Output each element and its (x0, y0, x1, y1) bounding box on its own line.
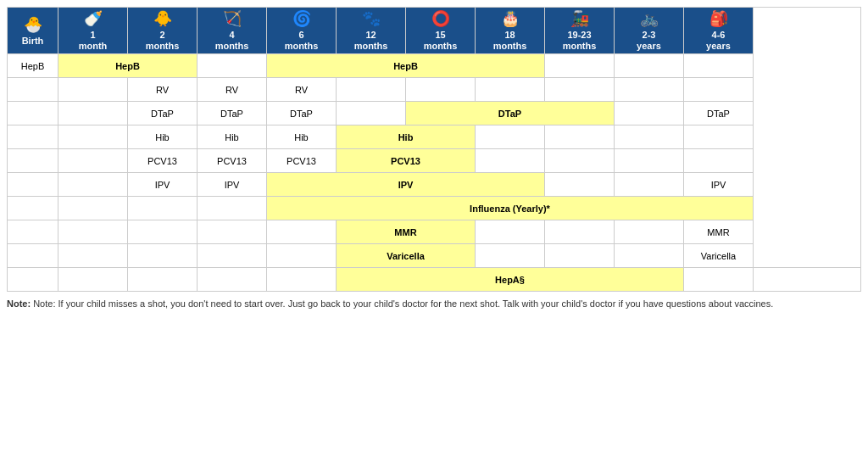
empty-cell (58, 173, 128, 197)
vaccine-ipv-label (8, 173, 58, 197)
note-text: Note: If your child misses a shot, you d… (33, 298, 773, 309)
vaccine-schedule-table: 🐣 Birth 🍼 1month 🐥 2months 🏹 4months 🌀 6… (7, 7, 861, 292)
header-4-6yr: 🎒 4-6years (684, 8, 754, 54)
empty-cell (545, 244, 615, 268)
dtap-dose1: DTaP (128, 102, 198, 125)
empty-cell (545, 54, 615, 78)
empty-cell (128, 268, 198, 292)
hib-dose2: Hib (198, 125, 267, 149)
empty-cell (267, 244, 337, 268)
empty-cell (337, 102, 406, 125)
hib-dose4: Hib (337, 125, 476, 149)
12mo-icon: 🐾 (339, 9, 403, 28)
header-6mo: 🌀 6months (267, 8, 337, 54)
empty-cell (615, 78, 684, 102)
empty-cell (267, 268, 337, 292)
rv-dose2: RV (198, 78, 267, 102)
row-hepa: HepA§ (8, 268, 861, 292)
18mo-icon: 🎂 (478, 9, 542, 28)
empty-cell (476, 125, 545, 149)
vaccine-pcv13-label (8, 149, 58, 173)
empty-cell (198, 54, 267, 78)
birth-icon: 🐣 (10, 15, 55, 34)
row-hib: Hib Hib Hib Hib (8, 125, 861, 149)
empty-cell (545, 220, 615, 244)
empty-cell (58, 149, 128, 173)
empty-cell (476, 78, 545, 102)
empty-cell (58, 197, 128, 220)
6mo-icon: 🌀 (270, 9, 333, 28)
ipv-dose2: IPV (198, 173, 267, 197)
vaccine-hepb-label: HepB (8, 54, 58, 78)
pcv13-dose4: PCV13 (337, 149, 476, 173)
vaccine-dtap-label (8, 102, 58, 125)
row-mmr: MMR MMR (8, 220, 861, 244)
varicella-dose1: Varicella (337, 244, 476, 268)
empty-cell (128, 244, 198, 268)
15mo-icon: ⭕ (409, 9, 472, 28)
note-label: Note: (7, 298, 31, 309)
hib-dose3: Hib (267, 125, 337, 149)
vaccine-rv-label (8, 78, 58, 102)
empty-cell (615, 173, 684, 197)
empty-cell (58, 244, 128, 268)
hepb-dose3: HepB (267, 54, 545, 78)
empty-cell (615, 102, 684, 125)
hepa-bar: HepA§ (337, 268, 684, 292)
empty-cell (545, 78, 615, 102)
dtap-dose4: DTaP (406, 102, 615, 125)
row-dtap: DTaP DTaP DTaP DTaP DTaP (8, 102, 861, 125)
empty-cell (545, 149, 615, 173)
vaccine-hepa-label (8, 268, 58, 292)
empty-cell (615, 54, 684, 78)
2-3yr-icon: 🚲 (617, 9, 681, 28)
empty-cell (476, 220, 545, 244)
empty-cell (198, 197, 267, 220)
empty-cell (476, 244, 545, 268)
vaccine-mmr-label (8, 220, 58, 244)
empty-cell (615, 244, 684, 268)
2mo-icon: 🐥 (131, 9, 194, 28)
rv-dose3: RV (267, 78, 337, 102)
vaccine-influenza-label (8, 197, 58, 220)
dtap-dose5: DTaP (684, 102, 754, 125)
empty-cell (615, 220, 684, 244)
empty-cell (615, 125, 684, 149)
row-ipv: IPV IPV IPV IPV (8, 173, 861, 197)
header-12mo: 🐾 12months (337, 8, 406, 54)
mmr-dose2: MMR (684, 220, 754, 244)
header-2-3yr: 🚲 2-3years (615, 8, 684, 54)
row-pcv13: PCV13 PCV13 PCV13 PCV13 (8, 149, 861, 173)
influenza-bar: Influenza (Yearly)* (267, 197, 754, 220)
hepb-dose1: HepB (58, 54, 198, 78)
pcv13-dose1: PCV13 (128, 149, 198, 173)
pcv13-dose2: PCV13 (198, 149, 267, 173)
row-varicella: Varicella Varicella (8, 244, 861, 268)
empty-cell (684, 149, 754, 173)
ipv-dose3: IPV (267, 173, 545, 197)
note-section: Note: Note: If your child misses a shot,… (7, 298, 861, 309)
varicella-dose2: Varicella (684, 244, 754, 268)
empty-cell (684, 78, 754, 102)
empty-cell (58, 268, 128, 292)
row-rv: RV RV RV (8, 78, 861, 102)
empty-cell (615, 149, 684, 173)
1mo-icon: 🍼 (61, 9, 125, 28)
header-18mo: 🎂 18months (476, 8, 545, 54)
hib-dose1: Hib (128, 125, 198, 149)
empty-cell (58, 102, 128, 125)
empty-cell (58, 220, 128, 244)
header-4mo: 🏹 4months (198, 8, 267, 54)
header-19-23mo: 🚂 19-23months (545, 8, 615, 54)
dtap-dose3: DTaP (267, 102, 337, 125)
empty-cell (198, 268, 267, 292)
header-15mo: ⭕ 15months (406, 8, 476, 54)
4-6yr-icon: 🎒 (687, 9, 750, 28)
4mo-icon: 🏹 (200, 9, 264, 28)
ipv-dose4: IPV (684, 173, 754, 197)
row-influenza: Influenza (Yearly)* (8, 197, 861, 220)
empty-cell (128, 220, 198, 244)
header-2mo: 🐥 2months (128, 8, 198, 54)
header-1mo: 🍼 1month (58, 8, 128, 54)
empty-cell (545, 125, 615, 149)
